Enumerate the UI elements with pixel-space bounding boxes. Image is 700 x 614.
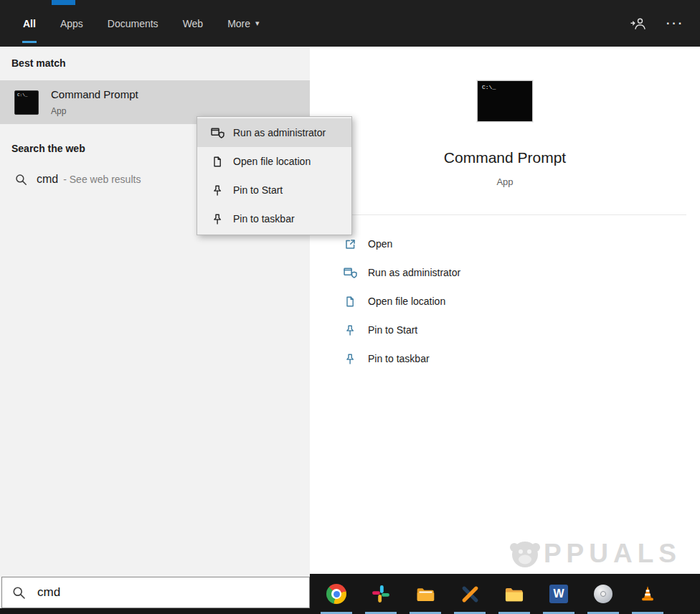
tab-documents-label: Documents <box>108 18 159 29</box>
context-menu-item-label: Open file location <box>233 156 311 167</box>
context-menu-run-as-administrator[interactable]: Run as administrator <box>197 118 351 147</box>
search-icon <box>15 174 27 186</box>
action-label: Open file location <box>368 296 445 307</box>
appuals-watermark: PPUALS <box>509 537 681 570</box>
filter-tabs: All Apps Documents Web More ▾ <box>23 0 260 47</box>
taskbar-search-box <box>1 577 310 608</box>
terminal-prompt-text: C:\_ <box>482 84 496 90</box>
best-match-subtitle: App <box>51 106 66 116</box>
disc-icon <box>594 585 612 603</box>
tab-web-label: Web <box>183 18 204 29</box>
best-match-title: Command Prompt <box>51 88 138 100</box>
command-prompt-large-icon: C:\_ <box>477 80 533 122</box>
context-menu-open-file-location[interactable]: Open file location <box>197 147 351 176</box>
tab-all[interactable]: All <box>23 0 36 47</box>
context-menu-item-label: Pin to taskbar <box>233 213 295 225</box>
taskbar-folder-orange-button[interactable] <box>403 574 448 614</box>
pin-icon <box>342 353 358 365</box>
appuals-logo-icon <box>509 537 541 570</box>
context-menu: Run as administrator Open file location … <box>197 116 352 235</box>
file-explorer-icon <box>504 586 524 603</box>
web-result-suffix: - See web results <box>63 174 141 185</box>
context-menu-pin-to-start[interactable]: Pin to Start <box>197 176 351 204</box>
tab-more-label: More <box>227 18 250 29</box>
detail-actions-list: Open Run as administrator <box>310 230 700 373</box>
action-label: Open <box>368 238 392 250</box>
action-pin-to-taskbar[interactable]: Pin to taskbar <box>310 344 700 373</box>
slack-icon <box>372 585 390 603</box>
tab-apps-label: Apps <box>60 18 83 29</box>
best-match-header: Best match <box>11 57 65 69</box>
taskbar-vlc-button[interactable] <box>625 574 670 614</box>
action-run-as-administrator[interactable]: Run as administrator <box>310 258 700 287</box>
taskbar-chrome-button[interactable] <box>314 574 359 614</box>
x-app-icon <box>461 585 479 603</box>
topbar-right-icons: ··· <box>630 0 684 47</box>
action-open-file-location[interactable]: Open file location <box>310 287 700 316</box>
context-menu-item-label: Pin to Start <box>233 184 283 196</box>
action-label: Pin to taskbar <box>368 353 430 364</box>
run-as-admin-icon <box>342 267 358 279</box>
pin-icon <box>342 324 358 336</box>
taskbar-slack-button[interactable] <box>359 574 403 614</box>
search-filter-bar: All Apps Documents Web More ▾ <box>0 0 700 47</box>
tab-apps[interactable]: Apps <box>60 0 83 47</box>
search-icon <box>12 586 26 600</box>
taskbar-word-button[interactable]: W <box>536 574 581 614</box>
chevron-down-icon: ▾ <box>255 19 260 28</box>
tab-web[interactable]: Web <box>183 0 204 47</box>
pin-icon <box>210 184 224 197</box>
taskbar-file-explorer-button[interactable] <box>492 574 536 614</box>
file-location-icon <box>210 156 224 168</box>
command-prompt-icon: C:\_ <box>14 90 39 115</box>
taskbar-x-app-button[interactable] <box>448 574 492 614</box>
taskbar-icons: W <box>314 574 670 614</box>
tab-documents[interactable]: Documents <box>108 0 159 47</box>
detail-divider <box>328 214 686 215</box>
tab-all-label: All <box>23 18 36 29</box>
action-label: Run as administrator <box>368 267 460 278</box>
search-the-web-header: Search the web <box>11 143 85 154</box>
windows-search-flyout: All Apps Documents Web More ▾ <box>0 0 700 614</box>
app-detail-panel: C:\_ Command Prompt App Open <box>310 47 700 574</box>
tab-more[interactable]: More ▾ <box>227 0 259 47</box>
action-open[interactable]: Open <box>310 230 700 258</box>
action-pin-to-start[interactable]: Pin to Start <box>310 316 700 344</box>
orange-folder-icon <box>416 586 435 603</box>
run-as-admin-icon <box>210 127 224 139</box>
action-label: Pin to Start <box>368 324 417 336</box>
detail-app-subtitle: App <box>310 176 700 187</box>
word-icon: W <box>549 585 568 603</box>
signed-in-user-icon[interactable] <box>630 17 646 30</box>
terminal-prompt-text: C:\_ <box>17 93 27 98</box>
watermark-text: PPUALS <box>544 539 681 569</box>
web-result-query: cmd <box>37 173 58 186</box>
taskbar-disc-button[interactable] <box>581 574 625 614</box>
pin-icon <box>210 213 224 225</box>
vlc-icon <box>638 585 657 603</box>
search-input[interactable] <box>36 585 309 600</box>
file-location-icon <box>342 296 358 308</box>
more-options-icon[interactable]: ··· <box>666 17 684 30</box>
open-icon <box>342 238 358 250</box>
chrome-icon <box>326 584 346 604</box>
context-menu-pin-to-taskbar[interactable]: Pin to taskbar <box>197 204 351 233</box>
context-menu-item-label: Run as administrator <box>233 127 326 138</box>
detail-app-title: Command Prompt <box>310 149 700 166</box>
